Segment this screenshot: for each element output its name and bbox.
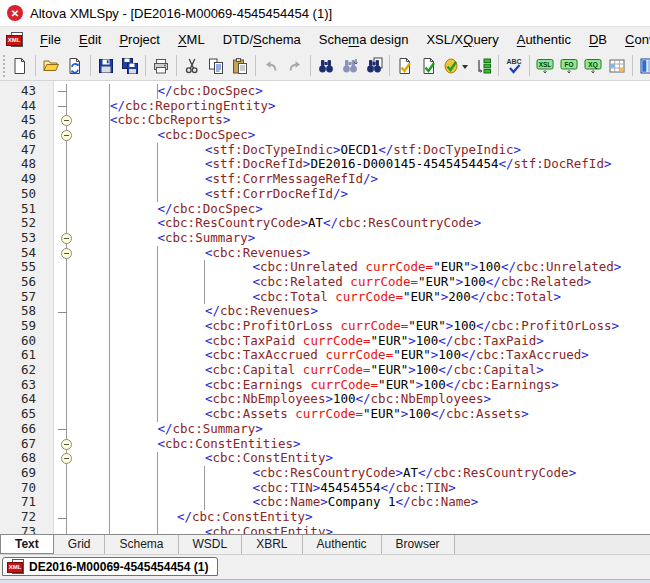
menu-item-db[interactable]: DB <box>580 29 616 50</box>
open-folder-button[interactable] <box>39 54 63 78</box>
code-line-43[interactable]: 43</cbc:DocSpec> <box>0 84 650 99</box>
code-token: 100 <box>463 274 486 289</box>
code-line-71[interactable]: 71<cbc:Name>Company 1</cbc:Name> <box>0 495 650 510</box>
view-tab-xbrl[interactable]: XBRL <box>242 535 302 554</box>
document-tab[interactable]: XML DE2016-M00069-4545454454 (1) <box>2 557 218 576</box>
check-wellformed-button[interactable] <box>393 54 417 78</box>
code-token: </ <box>461 347 476 362</box>
code-token: cbc:ProfitOrLoss <box>213 318 333 333</box>
redo-icon <box>286 57 304 75</box>
code-line-64[interactable]: 64<cbc:NbEmployees>100</cbc:NbEmployees> <box>0 392 650 407</box>
line-number: 59 <box>0 319 36 334</box>
code-line-51[interactable]: 51</cbc:DocSpec> <box>0 202 650 217</box>
code-line-44[interactable]: 44</cbc:ReportingEntity> <box>0 99 650 114</box>
menu-char: X <box>178 32 187 47</box>
grid-view-button[interactable] <box>636 54 650 78</box>
code-token: cbc:Name <box>260 494 320 509</box>
code-line-68[interactable]: 68<cbc:ConstEntity> <box>0 451 650 466</box>
code-line-53[interactable]: 53<cbc:Summary> <box>0 231 650 246</box>
table-columns-button[interactable] <box>605 54 629 78</box>
menu-char: e <box>543 32 550 47</box>
code-line-48[interactable]: 48<stf:DocRefId>DE2016-D000145-454545445… <box>0 157 650 172</box>
copy-button[interactable] <box>204 54 228 78</box>
code-line-67[interactable]: 67<cbc:ConstEntities> <box>0 437 650 452</box>
code-token: > <box>569 465 577 480</box>
xsl-button[interactable]: XSL <box>533 54 557 78</box>
line-number: 58 <box>0 304 36 319</box>
reload-file-button[interactable] <box>63 54 87 78</box>
code-token: cbc:Summary <box>165 230 248 245</box>
code-line-60[interactable]: 60<cbc:TaxPaid currCode="EUR">100</cbc:T… <box>0 334 650 349</box>
menu-item-dtd-schema[interactable]: DTD/Schema <box>214 29 310 50</box>
code-line-45[interactable]: 45<cbc:CbcReports> <box>0 113 650 128</box>
view-tab-filler <box>455 535 650 554</box>
save-all-button[interactable] <box>118 54 142 78</box>
view-tab-authentic[interactable]: Authentic <box>303 535 382 554</box>
code-line-49[interactable]: 49<stf:CorrMessageRefId/> <box>0 172 650 187</box>
cut-button[interactable] <box>180 54 204 78</box>
menu-item-file[interactable]: File <box>31 29 70 50</box>
paste-button[interactable] <box>228 54 252 78</box>
code-line-58[interactable]: 58</cbc:Revenues> <box>0 304 650 319</box>
view-tab-text[interactable]: Text <box>0 535 54 554</box>
fo-button[interactable]: FO <box>557 54 581 78</box>
menu-item-schema-design[interactable]: Schema design <box>310 29 418 50</box>
menu-item-xsl-xquery[interactable]: XSL/XQuery <box>417 29 507 50</box>
code-line-62[interactable]: 62<cbc:Capital currCode="EUR">100</cbc:C… <box>0 363 650 378</box>
find-button[interactable] <box>314 54 338 78</box>
code-line-73[interactable]: 73<cbc:ConstEntity> <box>0 525 650 534</box>
code-line-text: <cbc:Capital currCode="EUR">100</cbc:Cap… <box>205 363 544 378</box>
toolbar: ABCXSLFOXQ <box>0 51 650 81</box>
code-line-46[interactable]: 46<cbc:DocSpec> <box>0 128 650 143</box>
spelling-button[interactable]: ABC <box>502 54 526 78</box>
menu-item-xml[interactable]: XML <box>169 29 214 50</box>
code-token: cbc:Capital <box>213 362 296 377</box>
menu-item-convert[interactable]: Convert <box>616 29 650 50</box>
save-button[interactable] <box>94 54 118 78</box>
line-number: 68 <box>0 451 36 466</box>
code-line-55[interactable]: 55<cbc:Unrelated currCode="EUR">100</cbc… <box>0 260 650 275</box>
fold-collapse-button[interactable] <box>61 130 72 141</box>
undo-button <box>259 54 283 78</box>
code-token <box>295 333 303 348</box>
view-tab-wsdl[interactable]: WSDL <box>179 535 243 554</box>
code-line-52[interactable]: 52<cbc:ResCountryCode>AT</cbc:ResCountry… <box>0 216 650 231</box>
xq-button[interactable]: XQ <box>581 54 605 78</box>
code-token: stf:DocRefId <box>514 156 604 171</box>
code-line-65[interactable]: 65<cbc:Assets currCode="EUR">100</cbc:As… <box>0 407 650 422</box>
print-button[interactable] <box>149 54 173 78</box>
code-line-66[interactable]: 66</cbc:Summary> <box>0 422 650 437</box>
code-line-text: <cbc:Total currCode="EUR">200</cbc:Total… <box>253 290 562 305</box>
validate-dropdown-button[interactable] <box>441 54 471 78</box>
menu-item-authentic[interactable]: Authentic <box>508 29 580 50</box>
view-tab-browser[interactable]: Browser <box>382 535 455 554</box>
code-line-56[interactable]: 56<cbc:Related currCode="EUR">100</cbc:R… <box>0 275 650 290</box>
table-columns-icon <box>608 57 626 75</box>
code-token: cbc:ReportingEntity <box>125 98 268 113</box>
assign-schema-button[interactable] <box>471 54 495 78</box>
code-line-72[interactable]: 72</cbc:ConstEntity> <box>0 510 650 525</box>
code-line-text: <cbc:ConstEntity> <box>205 451 333 466</box>
code-line-50[interactable]: 50<stf:CorrDocRefId/> <box>0 187 650 202</box>
code-line-57[interactable]: 57<cbc:Total currCode="EUR">200</cbc:Tot… <box>0 290 650 305</box>
menu-item-project[interactable]: Project <box>110 29 169 50</box>
code-line-63[interactable]: 63<cbc:Earnings currCode="EUR">100</cbc:… <box>0 378 650 393</box>
fold-collapse-button[interactable] <box>61 233 72 244</box>
code-line-70[interactable]: 70<cbc:TIN>45454554</cbc:TIN> <box>0 481 650 496</box>
fold-collapse-button[interactable] <box>61 248 72 259</box>
code-line-69[interactable]: 69<cbc:ResCountryCode>AT</cbc:ResCountry… <box>0 466 650 481</box>
toolbar-drag-handle[interactable] <box>3 55 5 77</box>
view-tab-grid[interactable]: Grid <box>54 535 106 554</box>
validate-button[interactable] <box>417 54 441 78</box>
new-document-button[interactable] <box>8 54 32 78</box>
fo-button-icon: FO <box>560 57 578 75</box>
code-line-61[interactable]: 61<cbc:TaxAccrued currCode="EUR">100</cb… <box>0 348 650 363</box>
code-line-47[interactable]: 47<stf:DocTypeIndic>OECD1</stf:DocTypeIn… <box>0 143 650 158</box>
code-line-59[interactable]: 59<cbc:ProfitOrLoss currCode="EUR">100</… <box>0 319 650 334</box>
find-in-files-button[interactable] <box>362 54 386 78</box>
fold-collapse-button[interactable] <box>61 439 72 450</box>
view-tab-schema[interactable]: Schema <box>105 535 178 554</box>
text-view-editor[interactable]: 43</cbc:DocSpec>44</cbc:ReportingEntity>… <box>0 81 650 534</box>
menu-item-edit[interactable]: Edit <box>70 29 110 50</box>
code-line-54[interactable]: 54<cbc:Revenues> <box>0 246 650 261</box>
